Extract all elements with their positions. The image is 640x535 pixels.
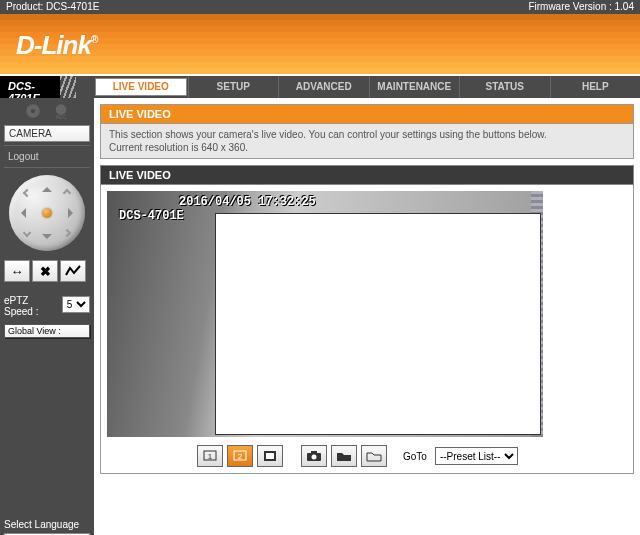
- tab-help[interactable]: HELP: [550, 76, 641, 98]
- record-folder-button[interactable]: [331, 445, 357, 467]
- panel-description: This section shows your camera's live vi…: [100, 124, 634, 159]
- sidebar-item-logout[interactable]: Logout: [4, 149, 90, 164]
- video-timestamp: 2016/04/05 17:32:25: [179, 195, 316, 209]
- logo-band: D-Link®: [0, 14, 640, 76]
- dpad-up-right[interactable]: [63, 189, 71, 197]
- main-content: LIVE VIDEO This section shows your camer…: [94, 98, 640, 535]
- svg-point-2: [56, 104, 67, 115]
- svg-text:REC: REC: [55, 114, 66, 120]
- video-overlay-region: [215, 213, 541, 435]
- svg-point-11: [312, 455, 317, 460]
- brand-logo: D-Link®: [16, 30, 97, 61]
- dpad-down-left[interactable]: [23, 229, 31, 237]
- ptz-icon: [21, 102, 45, 120]
- eptz-speed-select[interactable]: 5: [62, 296, 90, 313]
- pan-horizontal-button[interactable]: ↔: [4, 260, 30, 282]
- global-view-button[interactable]: Global View :: [4, 324, 90, 338]
- tab-advanced[interactable]: ADVANCED: [278, 76, 369, 98]
- svg-text:1: 1: [208, 452, 213, 461]
- svg-point-1: [31, 109, 36, 114]
- panel-title: LIVE VIDEO: [100, 104, 634, 124]
- firmware-label: Firmware Version : 1.04: [528, 1, 634, 13]
- tab-status[interactable]: STATUS: [459, 76, 550, 98]
- snapshot-button[interactable]: [301, 445, 327, 467]
- section-title: LIVE VIDEO: [100, 165, 634, 185]
- eptz-speed-label: ePTZ Speed :: [4, 295, 58, 317]
- dpad-up-left[interactable]: [23, 189, 31, 197]
- set-folder-button[interactable]: [361, 445, 387, 467]
- tab-setup[interactable]: SETUP: [188, 76, 279, 98]
- rec-icon: REC: [49, 102, 73, 120]
- tab-maintenance[interactable]: MAINTENANCE: [369, 76, 460, 98]
- model-label: DCS-4701E: [0, 76, 60, 98]
- dpad-right[interactable]: [68, 208, 78, 218]
- dpad-left[interactable]: [16, 208, 26, 218]
- svg-rect-12: [311, 451, 317, 454]
- stream1-button[interactable]: 1: [197, 445, 223, 467]
- sidebar: REC CAMERA Logout ↔ ✖ ePTZ Sp: [0, 98, 94, 535]
- sidebar-item-camera[interactable]: CAMERA: [4, 125, 90, 142]
- tab-live-video[interactable]: LIVE VIDEO: [95, 78, 187, 96]
- svg-rect-9: [266, 453, 274, 459]
- video-container: 2016/04/05 17:32:25 DCS-4701E 1 2 GoTo -…: [100, 185, 634, 474]
- nav-divider: [60, 76, 76, 98]
- auto-pan-button[interactable]: [60, 260, 86, 282]
- live-video-frame[interactable]: 2016/04/05 17:32:25 DCS-4701E: [107, 191, 543, 437]
- product-label: Product: DCS-4701E: [6, 1, 99, 13]
- dpad-down[interactable]: [42, 234, 52, 244]
- sidebar-icons: REC: [4, 102, 90, 120]
- main-nav: DCS-4701E LIVE VIDEO SETUP ADVANCED MAIN…: [0, 76, 640, 98]
- preset-select[interactable]: --Preset List--: [435, 447, 518, 465]
- dpad-up[interactable]: [42, 182, 52, 192]
- top-bar: Product: DCS-4701E Firmware Version : 1.…: [0, 0, 640, 14]
- goto-label: GoTo: [403, 451, 427, 462]
- video-controls: 1 2 GoTo --Preset List--: [107, 445, 627, 467]
- dpad-home[interactable]: [42, 208, 52, 218]
- stream2-button[interactable]: 2: [227, 445, 253, 467]
- video-camera-name: DCS-4701E: [119, 209, 184, 223]
- language-label: Select Language: [4, 519, 90, 530]
- ptz-dpad: [9, 175, 85, 251]
- fullscreen-button[interactable]: [257, 445, 283, 467]
- dpad-down-right[interactable]: [63, 229, 71, 237]
- stop-button[interactable]: ✖: [32, 260, 58, 282]
- svg-text:2: 2: [238, 452, 243, 461]
